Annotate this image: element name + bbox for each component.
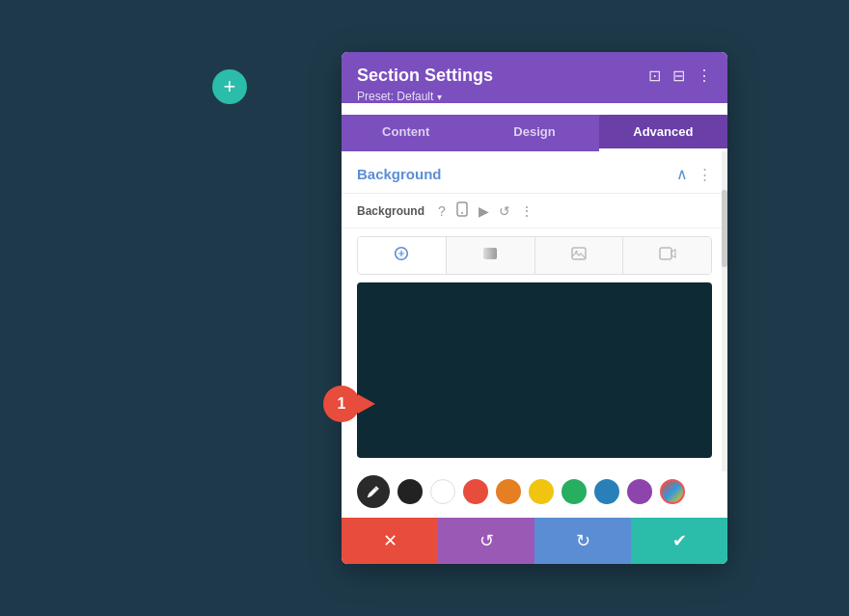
- swatch-purple[interactable]: [627, 479, 652, 504]
- color-swatches-row: [342, 466, 727, 518]
- options-icon[interactable]: ⋮: [520, 203, 534, 219]
- color-preview: [357, 282, 712, 458]
- cancel-icon: ✕: [383, 530, 397, 551]
- panel-header: Section Settings ⊡ ⊟ ⋮ Preset: Default ▾: [342, 52, 727, 103]
- svg-rect-2: [483, 248, 497, 259]
- scrollbar[interactable]: [722, 151, 727, 471]
- mobile-icon[interactable]: [455, 201, 469, 220]
- swatch-orange[interactable]: [496, 479, 521, 504]
- section-header-actions: ∧ ⋮: [676, 165, 712, 183]
- preset-selector[interactable]: Preset: Default ▾: [357, 90, 712, 103]
- background-type-tabs: [357, 236, 712, 275]
- tab-advanced[interactable]: Advanced: [599, 115, 727, 151]
- collapse-icon[interactable]: ∧: [676, 165, 688, 183]
- scrollbar-thumb[interactable]: [722, 190, 727, 267]
- cancel-button[interactable]: ✕: [342, 518, 438, 564]
- svg-rect-5: [660, 248, 671, 259]
- badge-arrow: [358, 394, 375, 414]
- cursor-icon[interactable]: ▶: [479, 203, 489, 219]
- panel-header-icons: ⊡ ⊟ ⋮: [648, 67, 712, 85]
- panel-body: Background ∧ ⋮ Background ? ▶ ↺ ⋮: [342, 151, 727, 518]
- resize-icon[interactable]: ⊡: [648, 67, 661, 85]
- background-section-title: Background: [357, 166, 442, 182]
- undo-icon[interactable]: ↺: [499, 203, 510, 219]
- svg-rect-3: [572, 248, 586, 259]
- help-icon[interactable]: ?: [438, 203, 446, 219]
- bg-type-image[interactable]: [535, 237, 624, 274]
- redo-button[interactable]: ↻: [534, 518, 631, 564]
- add-section-button[interactable]: +: [212, 69, 247, 104]
- background-controls-row: Background ? ▶ ↺ ⋮: [342, 194, 727, 228]
- color-edit-button[interactable]: [357, 475, 390, 508]
- swatch-green[interactable]: [561, 479, 587, 504]
- plus-icon: +: [224, 76, 236, 97]
- bg-type-gradient[interactable]: [447, 237, 535, 274]
- background-label: Background: [357, 204, 424, 218]
- swatch-red[interactable]: [463, 479, 488, 504]
- tab-design[interactable]: Design: [470, 115, 598, 151]
- settings-tabs: Content Design Advanced: [342, 115, 727, 151]
- confirm-button[interactable]: ✔: [631, 518, 727, 564]
- reset-icon: ↺: [479, 530, 494, 551]
- redo-icon: ↻: [576, 530, 590, 551]
- settings-panel: Section Settings ⊡ ⊟ ⋮ Preset: Default ▾…: [342, 52, 727, 564]
- swatch-yellow[interactable]: [529, 479, 554, 504]
- bg-type-video[interactable]: [623, 237, 711, 274]
- confirm-icon: ✔: [672, 530, 687, 551]
- bg-type-color[interactable]: [358, 237, 447, 274]
- bottom-action-bar: ✕ ↺ ↻ ✔: [342, 518, 727, 564]
- section-more-icon[interactable]: ⋮: [698, 166, 712, 183]
- swatch-black[interactable]: [397, 479, 423, 504]
- columns-icon[interactable]: ⊟: [672, 67, 685, 85]
- tab-content[interactable]: Content: [342, 115, 470, 151]
- panel-header-top: Section Settings ⊡ ⊟ ⋮: [357, 66, 712, 86]
- more-vertical-icon[interactable]: ⋮: [697, 67, 712, 85]
- step-badge-container: 1: [323, 386, 375, 422]
- swatch-white[interactable]: [430, 479, 455, 504]
- step-badge: 1: [323, 386, 360, 422]
- panel-title: Section Settings: [357, 66, 493, 86]
- swatch-blue[interactable]: [594, 479, 619, 504]
- background-section-header: Background ∧ ⋮: [342, 151, 727, 194]
- reset-button[interactable]: ↺: [438, 518, 534, 564]
- swatch-multi[interactable]: [660, 479, 685, 504]
- svg-point-1: [461, 212, 463, 214]
- preset-arrow-icon: ▾: [437, 92, 442, 102]
